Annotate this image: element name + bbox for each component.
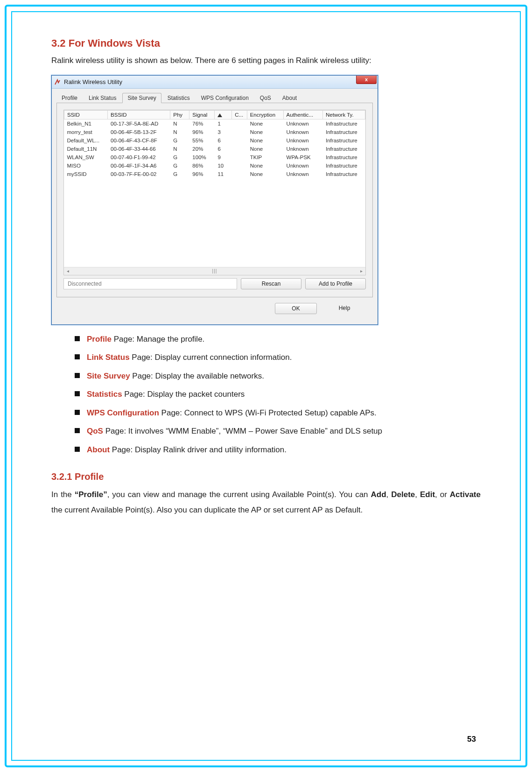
close-icon: x bbox=[365, 77, 368, 82]
page-number: 53 bbox=[467, 735, 476, 744]
close-button[interactable]: x bbox=[356, 76, 377, 84]
scroll-left-icon[interactable]: ◂ bbox=[64, 268, 72, 274]
col-sort[interactable] bbox=[215, 111, 232, 119]
list-item: Statistics Page: Display the packet coun… bbox=[75, 388, 481, 400]
text: Page: Display Ralink driver and utility … bbox=[110, 445, 287, 454]
cell-sort: 1 bbox=[215, 119, 232, 128]
table-row[interactable]: Default_WL...00-06-4F-43-CF-8FG55%6NoneU… bbox=[64, 136, 365, 145]
cell-bssid: 00-17-3F-5A-8E-AD bbox=[108, 119, 170, 128]
cell-c bbox=[232, 170, 247, 178]
titlebar: Ralink Wireless Utility x bbox=[52, 76, 378, 89]
table-row[interactable]: Default_11N00-06-4F-33-44-66N20%6NoneUnk… bbox=[64, 145, 365, 153]
page-content: 3.2 For Windows Vista Ralink wireless ut… bbox=[51, 37, 481, 518]
tab-site-survey[interactable]: Site Survey bbox=[122, 93, 161, 103]
cell-signal: 100% bbox=[189, 153, 215, 161]
cell-phy: N bbox=[170, 119, 189, 128]
table-row[interactable]: WLAN_SW00-07-40-F1-99-42G100%9TKIPWPA-PS… bbox=[64, 153, 365, 161]
add-to-profile-button[interactable]: Add to Profile bbox=[305, 278, 366, 289]
grid-empty-area bbox=[64, 178, 365, 267]
keyword: About bbox=[87, 445, 110, 454]
list-item: Link Status Page: Display current connec… bbox=[75, 351, 481, 364]
network-grid: SSID BSSID Phy Signal C... Encryption Au… bbox=[63, 110, 366, 275]
cell-bssid: 00-06-4F-5B-13-2F bbox=[108, 128, 170, 136]
col-ssid[interactable]: SSID bbox=[64, 111, 108, 119]
section-heading: 3.2 For Windows Vista bbox=[51, 37, 481, 49]
col-phy[interactable]: Phy bbox=[170, 111, 189, 119]
text: Page: Manage the profile. bbox=[112, 335, 204, 344]
table-row[interactable]: Belkin_N100-17-3F-5A-8E-ADN76%1NoneUnkno… bbox=[64, 119, 365, 128]
subsection-body: In the “Profile”, you can view and manag… bbox=[51, 487, 481, 518]
horizontal-scrollbar[interactable]: ◂ ||| ▸ bbox=[64, 267, 365, 275]
text: the current Available Point(s). Also you… bbox=[51, 505, 363, 514]
col-auth[interactable]: Authentic... bbox=[283, 111, 322, 119]
cell-enc: None bbox=[247, 145, 283, 153]
cell-net: Infrastructure bbox=[323, 153, 365, 161]
text-bold: Edit bbox=[420, 490, 435, 499]
cell-c bbox=[232, 145, 247, 153]
cell-sort: 6 bbox=[215, 136, 232, 145]
col-nettype[interactable]: Network Ty. bbox=[323, 111, 365, 119]
tab-qos[interactable]: QoS bbox=[255, 93, 276, 103]
cell-c bbox=[232, 153, 247, 161]
cell-phy: N bbox=[170, 128, 189, 136]
ok-button[interactable]: OK bbox=[275, 303, 317, 314]
table-row[interactable]: mySSID00-03-7F-FE-00-02G96%11NoneUnknown… bbox=[64, 170, 365, 178]
keyword: WPS Configuration bbox=[87, 408, 159, 417]
rescan-button[interactable]: Rescan bbox=[241, 278, 301, 289]
text: , you can view and manage the current us… bbox=[107, 490, 371, 499]
list-item: WPS Configuration Page: Connect to WPS (… bbox=[75, 407, 481, 419]
cell-net: Infrastructure bbox=[323, 145, 365, 153]
text-bold: Activate bbox=[450, 490, 481, 499]
window-title: Ralink Wireless Utility bbox=[64, 78, 376, 85]
cell-phy: G bbox=[170, 136, 189, 145]
grid-header-row: SSID BSSID Phy Signal C... Encryption Au… bbox=[64, 111, 365, 119]
cell-auth: Unknown bbox=[283, 119, 322, 128]
text-bold: “Profile” bbox=[75, 490, 107, 499]
tab-strip: Profile Link Status Site Survey Statisti… bbox=[56, 92, 373, 103]
text: Page: Display the available networks. bbox=[130, 372, 264, 380]
cell-ssid: WLAN_SW bbox=[64, 153, 108, 161]
cell-phy: G bbox=[170, 161, 189, 170]
tab-profile[interactable]: Profile bbox=[56, 93, 83, 103]
table-row[interactable]: morry_test00-06-4F-5B-13-2FN96%3NoneUnkn… bbox=[64, 128, 365, 136]
cell-sort: 6 bbox=[215, 145, 232, 153]
text: , or bbox=[435, 490, 450, 499]
cell-signal: 86% bbox=[189, 161, 215, 170]
cell-phy: G bbox=[170, 170, 189, 178]
cell-ssid: Default_WL... bbox=[64, 136, 108, 145]
help-button[interactable]: Help bbox=[323, 303, 365, 314]
cell-enc: None bbox=[247, 170, 283, 178]
col-signal[interactable]: Signal bbox=[189, 111, 215, 119]
scroll-right-icon[interactable]: ▸ bbox=[357, 268, 365, 274]
col-encryption[interactable]: Encryption bbox=[247, 111, 283, 119]
text: Page: Display the packet counters bbox=[122, 390, 245, 399]
table-row[interactable]: MISO00-06-4F-1F-34-A6G86%10NoneUnknownIn… bbox=[64, 161, 365, 170]
tab-link-status[interactable]: Link Status bbox=[84, 93, 121, 103]
tab-about[interactable]: About bbox=[277, 93, 302, 103]
scroll-grip-icon[interactable]: ||| bbox=[72, 268, 357, 274]
tab-statistics[interactable]: Statistics bbox=[162, 93, 195, 103]
text: Page: It involves “WMM Enable”, “WMM – P… bbox=[103, 427, 382, 435]
screenshot-window: Ralink Wireless Utility x Profile Link S… bbox=[51, 75, 378, 325]
text: , bbox=[415, 490, 420, 499]
connection-status: Disconnected bbox=[63, 278, 237, 289]
col-channel[interactable]: C... bbox=[232, 111, 247, 119]
cell-enc: None bbox=[247, 119, 283, 128]
cell-bssid: 00-06-4F-43-CF-8F bbox=[108, 136, 170, 145]
tab-wps-config[interactable]: WPS Configuration bbox=[196, 93, 254, 103]
cell-enc: None bbox=[247, 161, 283, 170]
page-bullet-list: Profile Page: Manage the profile.Link St… bbox=[75, 333, 481, 456]
dialog-buttons: OK Help bbox=[56, 297, 373, 320]
cell-auth: Unknown bbox=[283, 161, 322, 170]
cell-auth: Unknown bbox=[283, 145, 322, 153]
cell-net: Infrastructure bbox=[323, 170, 365, 178]
col-bssid[interactable]: BSSID bbox=[108, 111, 170, 119]
section-intro: Ralink wireless utility is shown as belo… bbox=[51, 54, 481, 67]
cell-net: Infrastructure bbox=[323, 128, 365, 136]
cell-signal: 96% bbox=[189, 170, 215, 178]
window-body: Profile Link Status Site Survey Statisti… bbox=[52, 89, 378, 324]
keyword: Site Survey bbox=[87, 372, 130, 380]
list-item: Profile Page: Manage the profile. bbox=[75, 333, 481, 345]
keyword: Link Status bbox=[87, 353, 130, 362]
cell-sort: 9 bbox=[215, 153, 232, 161]
